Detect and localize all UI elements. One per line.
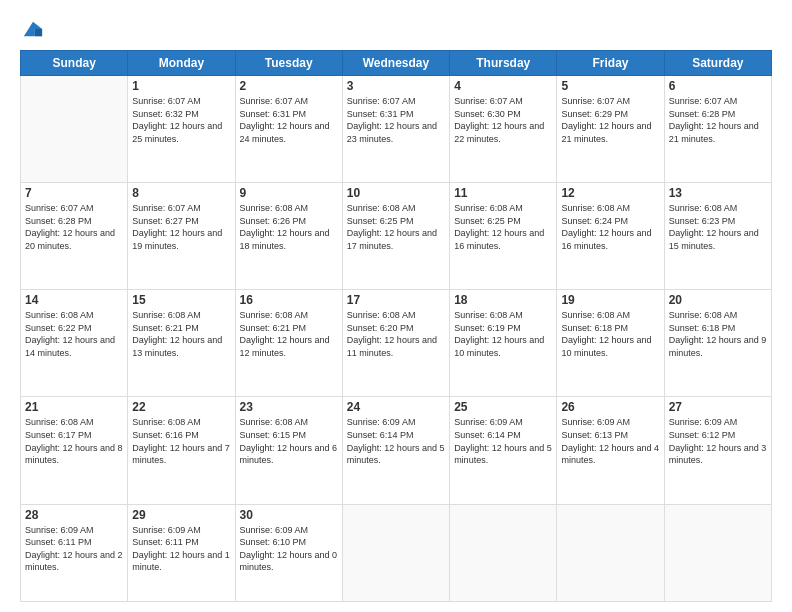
calendar-week-2: 7Sunrise: 6:07 AMSunset: 6:28 PMDaylight… [21,183,772,290]
calendar-cell: 4Sunrise: 6:07 AMSunset: 6:30 PMDaylight… [450,76,557,183]
calendar-cell: 26Sunrise: 6:09 AMSunset: 6:13 PMDayligh… [557,397,664,504]
day-number: 18 [454,293,552,307]
calendar-cell [557,504,664,601]
day-number: 28 [25,508,123,522]
day-header-sunday: Sunday [21,51,128,76]
cell-info: Sunrise: 6:08 AMSunset: 6:25 PMDaylight:… [347,202,445,252]
cell-info: Sunrise: 6:07 AMSunset: 6:31 PMDaylight:… [240,95,338,145]
calendar-cell [664,504,771,601]
calendar-cell: 22Sunrise: 6:08 AMSunset: 6:16 PMDayligh… [128,397,235,504]
cell-info: Sunrise: 6:08 AMSunset: 6:19 PMDaylight:… [454,309,552,359]
day-number: 10 [347,186,445,200]
calendar-cell: 6Sunrise: 6:07 AMSunset: 6:28 PMDaylight… [664,76,771,183]
cell-info: Sunrise: 6:08 AMSunset: 6:25 PMDaylight:… [454,202,552,252]
day-number: 30 [240,508,338,522]
svg-marker-1 [35,29,42,36]
cell-info: Sunrise: 6:09 AMSunset: 6:12 PMDaylight:… [669,416,767,466]
cell-info: Sunrise: 6:07 AMSunset: 6:29 PMDaylight:… [561,95,659,145]
cell-info: Sunrise: 6:08 AMSunset: 6:17 PMDaylight:… [25,416,123,466]
cell-info: Sunrise: 6:09 AMSunset: 6:10 PMDaylight:… [240,524,338,574]
calendar-week-3: 14Sunrise: 6:08 AMSunset: 6:22 PMDayligh… [21,290,772,397]
day-number: 26 [561,400,659,414]
calendar-cell: 5Sunrise: 6:07 AMSunset: 6:29 PMDaylight… [557,76,664,183]
day-header-tuesday: Tuesday [235,51,342,76]
day-number: 8 [132,186,230,200]
day-number: 17 [347,293,445,307]
cell-info: Sunrise: 6:08 AMSunset: 6:26 PMDaylight:… [240,202,338,252]
day-number: 20 [669,293,767,307]
calendar-cell: 13Sunrise: 6:08 AMSunset: 6:23 PMDayligh… [664,183,771,290]
calendar-cell [21,76,128,183]
calendar-week-5: 28Sunrise: 6:09 AMSunset: 6:11 PMDayligh… [21,504,772,601]
logo [20,18,44,40]
calendar-week-4: 21Sunrise: 6:08 AMSunset: 6:17 PMDayligh… [21,397,772,504]
day-number: 1 [132,79,230,93]
calendar-cell: 21Sunrise: 6:08 AMSunset: 6:17 PMDayligh… [21,397,128,504]
day-number: 22 [132,400,230,414]
day-number: 24 [347,400,445,414]
day-number: 11 [454,186,552,200]
calendar-cell: 17Sunrise: 6:08 AMSunset: 6:20 PMDayligh… [342,290,449,397]
cell-info: Sunrise: 6:08 AMSunset: 6:15 PMDaylight:… [240,416,338,466]
calendar-cell: 24Sunrise: 6:09 AMSunset: 6:14 PMDayligh… [342,397,449,504]
cell-info: Sunrise: 6:09 AMSunset: 6:14 PMDaylight:… [347,416,445,466]
day-number: 16 [240,293,338,307]
cell-info: Sunrise: 6:08 AMSunset: 6:22 PMDaylight:… [25,309,123,359]
day-header-friday: Friday [557,51,664,76]
calendar-cell: 1Sunrise: 6:07 AMSunset: 6:32 PMDaylight… [128,76,235,183]
calendar-cell: 7Sunrise: 6:07 AMSunset: 6:28 PMDaylight… [21,183,128,290]
calendar-cell: 18Sunrise: 6:08 AMSunset: 6:19 PMDayligh… [450,290,557,397]
page: SundayMondayTuesdayWednesdayThursdayFrid… [0,0,792,612]
calendar-cell: 25Sunrise: 6:09 AMSunset: 6:14 PMDayligh… [450,397,557,504]
day-number: 7 [25,186,123,200]
calendar-cell: 23Sunrise: 6:08 AMSunset: 6:15 PMDayligh… [235,397,342,504]
calendar-cell: 15Sunrise: 6:08 AMSunset: 6:21 PMDayligh… [128,290,235,397]
calendar-cell: 16Sunrise: 6:08 AMSunset: 6:21 PMDayligh… [235,290,342,397]
cell-info: Sunrise: 6:08 AMSunset: 6:21 PMDaylight:… [132,309,230,359]
cell-info: Sunrise: 6:07 AMSunset: 6:28 PMDaylight:… [25,202,123,252]
cell-info: Sunrise: 6:08 AMSunset: 6:21 PMDaylight:… [240,309,338,359]
cell-info: Sunrise: 6:08 AMSunset: 6:18 PMDaylight:… [669,309,767,359]
calendar-cell: 30Sunrise: 6:09 AMSunset: 6:10 PMDayligh… [235,504,342,601]
day-number: 6 [669,79,767,93]
day-header-thursday: Thursday [450,51,557,76]
calendar-cell: 11Sunrise: 6:08 AMSunset: 6:25 PMDayligh… [450,183,557,290]
cell-info: Sunrise: 6:07 AMSunset: 6:30 PMDaylight:… [454,95,552,145]
logo-icon [22,18,44,40]
calendar-cell: 28Sunrise: 6:09 AMSunset: 6:11 PMDayligh… [21,504,128,601]
day-number: 29 [132,508,230,522]
day-header-monday: Monday [128,51,235,76]
day-number: 9 [240,186,338,200]
calendar-cell: 2Sunrise: 6:07 AMSunset: 6:31 PMDaylight… [235,76,342,183]
day-number: 12 [561,186,659,200]
calendar-cell: 3Sunrise: 6:07 AMSunset: 6:31 PMDaylight… [342,76,449,183]
day-number: 23 [240,400,338,414]
day-number: 13 [669,186,767,200]
day-header-saturday: Saturday [664,51,771,76]
cell-info: Sunrise: 6:09 AMSunset: 6:11 PMDaylight:… [132,524,230,574]
day-number: 5 [561,79,659,93]
calendar-cell: 12Sunrise: 6:08 AMSunset: 6:24 PMDayligh… [557,183,664,290]
day-number: 4 [454,79,552,93]
day-number: 25 [454,400,552,414]
day-header-wednesday: Wednesday [342,51,449,76]
cell-info: Sunrise: 6:08 AMSunset: 6:18 PMDaylight:… [561,309,659,359]
cell-info: Sunrise: 6:07 AMSunset: 6:28 PMDaylight:… [669,95,767,145]
day-number: 3 [347,79,445,93]
header [20,18,772,40]
day-number: 19 [561,293,659,307]
cell-info: Sunrise: 6:08 AMSunset: 6:16 PMDaylight:… [132,416,230,466]
calendar-cell: 10Sunrise: 6:08 AMSunset: 6:25 PMDayligh… [342,183,449,290]
cell-info: Sunrise: 6:07 AMSunset: 6:31 PMDaylight:… [347,95,445,145]
day-number: 15 [132,293,230,307]
calendar-cell: 29Sunrise: 6:09 AMSunset: 6:11 PMDayligh… [128,504,235,601]
calendar-cell: 19Sunrise: 6:08 AMSunset: 6:18 PMDayligh… [557,290,664,397]
cell-info: Sunrise: 6:07 AMSunset: 6:32 PMDaylight:… [132,95,230,145]
calendar-cell: 9Sunrise: 6:08 AMSunset: 6:26 PMDaylight… [235,183,342,290]
cell-info: Sunrise: 6:09 AMSunset: 6:13 PMDaylight:… [561,416,659,466]
calendar-cell: 27Sunrise: 6:09 AMSunset: 6:12 PMDayligh… [664,397,771,504]
calendar-cell: 14Sunrise: 6:08 AMSunset: 6:22 PMDayligh… [21,290,128,397]
cell-info: Sunrise: 6:08 AMSunset: 6:20 PMDaylight:… [347,309,445,359]
calendar-cell: 20Sunrise: 6:08 AMSunset: 6:18 PMDayligh… [664,290,771,397]
day-number: 2 [240,79,338,93]
